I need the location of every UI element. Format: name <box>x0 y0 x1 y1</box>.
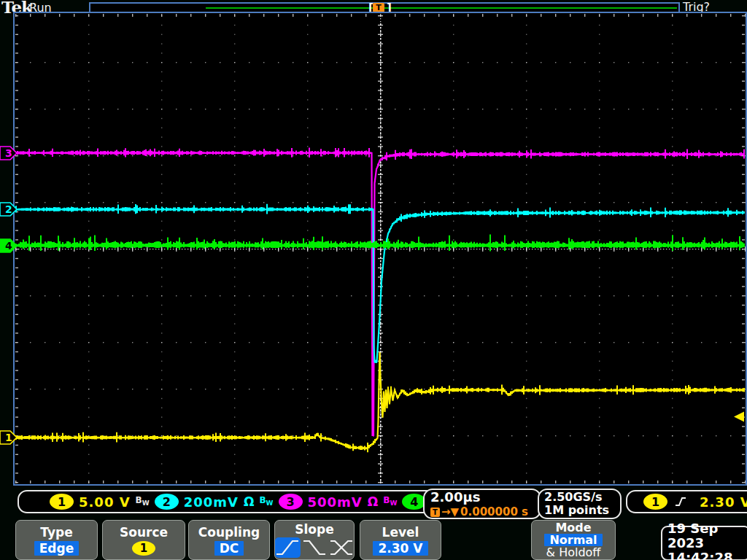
ohm-icon: Ω <box>368 494 378 509</box>
trigger-source-badge: 1 <box>643 494 667 510</box>
channel-readouts-box[interactable]: 15.00 VBW2200mVΩBW3500mVΩBW410.0mVΩBW <box>18 490 452 513</box>
slope-falling-icon[interactable] <box>302 537 328 558</box>
slope-rising-icon[interactable] <box>275 537 301 558</box>
coupling-label: Coupling <box>198 525 260 540</box>
svg-text:3: 3 <box>5 147 12 159</box>
channel-1-badge[interactable]: 1 <box>50 494 74 510</box>
date-label: 19 Sep 2023 <box>667 521 747 551</box>
bandwidth-limit-icon: BW <box>259 497 273 507</box>
delay-value: 0.000000 s <box>460 505 528 518</box>
slope-label: Slope <box>295 522 333 537</box>
record-length: 1M points <box>544 504 609 517</box>
channel-3-badge[interactable]: 3 <box>279 494 303 510</box>
channel-4-position-badge[interactable]: 4 <box>0 238 18 253</box>
level-value: 2.30 V <box>373 541 427 556</box>
coupling-value: DC <box>214 541 244 556</box>
delay-arrow-icon: →▼ <box>441 505 459 518</box>
svg-text:1: 1 <box>5 432 12 443</box>
slope-options <box>275 537 355 558</box>
waveform-display <box>15 13 746 484</box>
channel-3-position-badge[interactable]: 3 <box>0 146 18 160</box>
ohm-icon: Ω <box>244 494 254 509</box>
mode-label: Mode <box>555 521 591 534</box>
time-label: 14:42:28 <box>667 551 747 560</box>
sample-rate: 2.50GS/s <box>544 491 603 504</box>
delay-t-icon: T <box>430 508 440 517</box>
mode-extra-label: & Holdoff <box>546 546 601 559</box>
type-label: Type <box>40 525 72 540</box>
horizontal-readout-box[interactable]: 2.00µs T →▼ 0.000000 s <box>423 489 541 519</box>
bandwidth-limit-icon: BW <box>383 497 397 507</box>
record-view-line <box>206 7 677 9</box>
channel-2-badge[interactable]: 2 <box>155 494 179 510</box>
trigger-level-arrow-icon[interactable] <box>734 411 744 421</box>
trigger-level-readout: 2.30 V <box>700 494 747 510</box>
channel-1-scale: 5.00 V <box>79 494 131 510</box>
datetime-box: 19 Sep 2023 14:42:28 <box>661 526 747 560</box>
trigger-level-button[interactable]: Level 2.30 V <box>360 520 441 560</box>
trigger-source-button[interactable]: Source 1 <box>102 520 185 560</box>
svg-text:4: 4 <box>5 240 12 252</box>
timebase-scale: 2.00µs <box>430 489 480 505</box>
slope-either-icon[interactable] <box>329 537 355 558</box>
graticule-frame <box>13 12 747 486</box>
svg-text:2: 2 <box>5 203 12 215</box>
rising-slope-icon <box>675 496 686 508</box>
source-channel-badge: 1 <box>132 541 155 556</box>
trigger-coupling-button[interactable]: Coupling DC <box>188 520 270 560</box>
acquisition-readout-box: 2.50GS/s 1M points <box>538 489 622 519</box>
channel-3-scale: 500mV <box>308 494 363 510</box>
trigger-type-button[interactable]: Type Edge <box>15 520 98 560</box>
oscilloscope-screen: Tek Run Trig? [ ] T T 1234 15.00 VBW2200… <box>0 0 747 560</box>
trigger-readout-box[interactable]: 1 2.30 V <box>626 490 747 513</box>
channel-1-position-badge[interactable]: 1 <box>0 430 18 445</box>
channel-2-scale: 200mV <box>184 494 239 510</box>
trigger-delay-readout: T →▼ 0.000000 s <box>430 505 528 518</box>
trigger-mode-button[interactable]: Mode Normal & Holdoff <box>531 520 616 560</box>
type-value: Edge <box>34 541 79 556</box>
source-label: Source <box>120 525 168 540</box>
trigger-slope-button[interactable]: Slope <box>274 520 355 560</box>
mode-value: Normal <box>544 534 602 546</box>
bandwidth-limit-icon: BW <box>136 497 150 507</box>
channel-2-position-badge[interactable]: 2 <box>0 202 18 217</box>
level-label: Level <box>382 525 419 540</box>
